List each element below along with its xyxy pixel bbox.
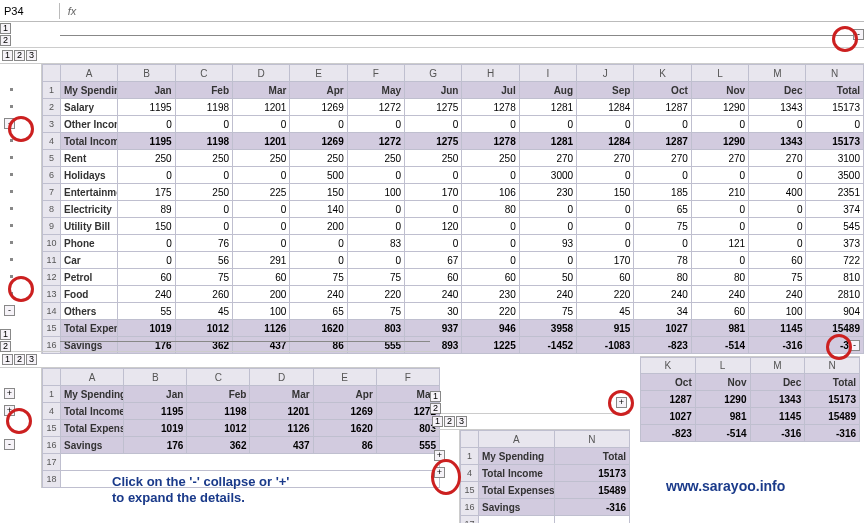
data-cell[interactable]: 270 (577, 150, 634, 167)
formula-input[interactable] (84, 9, 864, 13)
row-header[interactable]: 1 (43, 82, 61, 99)
data-cell[interactable]: 0 (691, 218, 748, 235)
data-cell[interactable]: 225 (233, 184, 290, 201)
data-cell[interactable]: 0 (405, 235, 462, 252)
data-cell[interactable]: 1343 (749, 133, 806, 150)
header-cell[interactable]: Jun (405, 82, 462, 99)
data-cell[interactable]: 1281 (519, 99, 576, 116)
data-cell[interactable]: 1198 (175, 133, 232, 150)
data-cell[interactable]: 60 (577, 269, 634, 286)
data-cell[interactable]: 121 (691, 235, 748, 252)
data-cell[interactable]: 150 (118, 218, 175, 235)
data-cell[interactable]: 75 (749, 269, 806, 286)
data-cell[interactable]: 220 (577, 286, 634, 303)
data-cell[interactable]: 83 (347, 235, 404, 252)
data-cell[interactable]: 0 (175, 218, 232, 235)
data-cell[interactable]: 0 (691, 116, 748, 133)
data-cell[interactable]: 0 (175, 116, 232, 133)
data-cell[interactable]: 810 (806, 269, 864, 286)
data-cell[interactable]: 200 (290, 218, 347, 235)
data-cell[interactable]: 0 (519, 218, 576, 235)
data-cell[interactable]: 100 (233, 303, 290, 320)
data-cell[interactable]: 80 (462, 201, 519, 218)
data-cell[interactable]: 1290 (691, 133, 748, 150)
row-label[interactable]: Petrol (61, 269, 118, 286)
col-header[interactable]: K (634, 65, 691, 82)
col-header[interactable]: D (233, 65, 290, 82)
data-cell[interactable]: 250 (405, 150, 462, 167)
row-header[interactable]: 4 (43, 133, 61, 150)
row-header[interactable]: 3 (43, 116, 61, 133)
data-cell[interactable]: 260 (175, 286, 232, 303)
data-cell[interactable]: 1278 (462, 99, 519, 116)
data-cell[interactable]: 0 (118, 252, 175, 269)
header-cell[interactable]: May (347, 82, 404, 99)
data-cell[interactable]: 100 (347, 184, 404, 201)
data-cell[interactable]: 0 (519, 116, 576, 133)
data-cell[interactable]: 250 (175, 150, 232, 167)
data-cell[interactable]: 0 (577, 218, 634, 235)
row-label[interactable]: Total Income (61, 133, 118, 150)
data-cell[interactable]: 981 (691, 320, 748, 337)
data-cell[interactable]: 15489 (806, 320, 864, 337)
data-cell[interactable]: 1269 (290, 133, 347, 150)
data-cell[interactable]: 185 (634, 184, 691, 201)
data-cell[interactable]: 0 (405, 201, 462, 218)
data-cell[interactable]: 240 (634, 286, 691, 303)
data-cell[interactable]: 0 (462, 167, 519, 184)
data-cell[interactable]: 0 (347, 116, 404, 133)
data-cell[interactable]: 230 (462, 286, 519, 303)
col-outline-level-1[interactable]: 1 (0, 23, 11, 34)
row-label[interactable]: Food (61, 286, 118, 303)
data-cell[interactable]: 106 (462, 184, 519, 201)
data-cell[interactable]: 240 (749, 286, 806, 303)
col-outline-level-1[interactable]: 1 (0, 329, 11, 340)
data-cell[interactable]: 240 (691, 286, 748, 303)
data-cell[interactable]: 240 (405, 286, 462, 303)
row-label[interactable]: Rent (61, 150, 118, 167)
data-cell[interactable]: 0 (175, 167, 232, 184)
col-header[interactable]: G (405, 65, 462, 82)
data-cell[interactable]: 0 (634, 116, 691, 133)
data-cell[interactable]: 240 (118, 286, 175, 303)
data-cell[interactable]: 0 (462, 116, 519, 133)
row-header[interactable]: 2 (43, 99, 61, 116)
data-cell[interactable]: 3958 (519, 320, 576, 337)
data-cell[interactable]: 1287 (634, 133, 691, 150)
data-cell[interactable]: 250 (290, 150, 347, 167)
row-header[interactable]: 5 (43, 150, 61, 167)
header-cell[interactable]: Dec (749, 82, 806, 99)
data-cell[interactable]: 67 (405, 252, 462, 269)
data-cell[interactable]: 76 (175, 235, 232, 252)
data-cell[interactable]: 1275 (405, 99, 462, 116)
data-cell[interactable]: 3500 (806, 167, 864, 184)
data-cell[interactable]: 0 (175, 201, 232, 218)
data-cell[interactable]: 50 (519, 269, 576, 286)
data-cell[interactable]: 15173 (806, 133, 864, 150)
data-cell[interactable]: 0 (347, 218, 404, 235)
data-cell[interactable]: 1284 (577, 99, 634, 116)
data-cell[interactable]: -1452 (519, 337, 576, 354)
data-cell[interactable]: 45 (577, 303, 634, 320)
row-group-expand-button[interactable]: + (4, 388, 15, 399)
data-cell[interactable]: 1201 (233, 99, 290, 116)
data-cell[interactable]: 75 (290, 269, 347, 286)
row-group-expand-button[interactable]: + (616, 397, 627, 408)
col-header[interactable]: L (691, 65, 748, 82)
header-cell[interactable]: My Spending (61, 82, 118, 99)
row-group-expand-button[interactable]: + (434, 450, 445, 461)
row-header[interactable]: 7 (43, 184, 61, 201)
row-outline-level-3[interactable]: 3 (26, 50, 37, 61)
col-header[interactable]: I (519, 65, 576, 82)
data-cell[interactable]: 0 (691, 167, 748, 184)
row-outline-level-2[interactable]: 2 (14, 354, 25, 365)
data-cell[interactable]: 0 (233, 116, 290, 133)
data-cell[interactable]: 0 (118, 116, 175, 133)
data-cell[interactable]: 60 (118, 269, 175, 286)
col-outline-level-2[interactable]: 2 (0, 341, 11, 352)
data-cell[interactable]: 0 (749, 235, 806, 252)
data-cell[interactable]: 75 (347, 269, 404, 286)
row-label[interactable]: Entertainment (61, 184, 118, 201)
data-cell[interactable]: 0 (749, 167, 806, 184)
data-cell[interactable]: 140 (290, 201, 347, 218)
